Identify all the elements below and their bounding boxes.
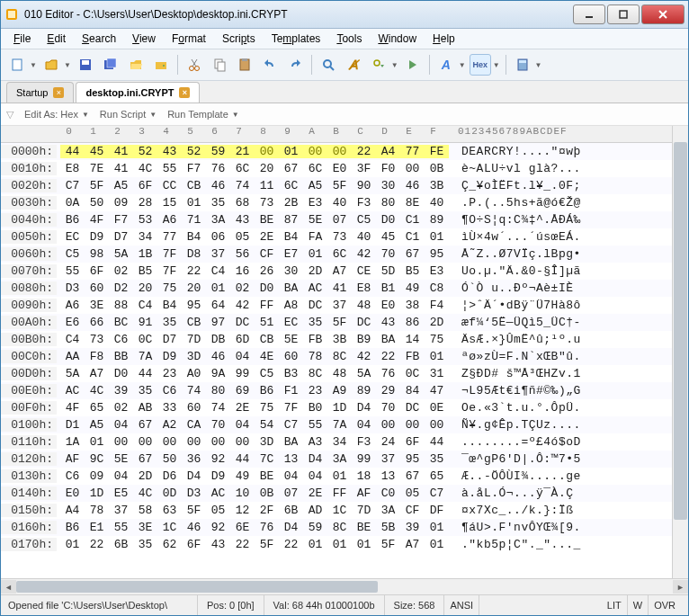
ascii-cell[interactable]: DEARCRY!...."¤wþ (449, 145, 581, 158)
hex-byte[interactable]: 05 (400, 487, 425, 500)
hex-byte[interactable]: 56 (230, 247, 255, 261)
hex-byte[interactable]: 42 (352, 350, 376, 363)
hex-byte[interactable]: 50 (85, 196, 109, 210)
hex-byte[interactable]: 3A (327, 452, 352, 466)
hex-row[interactable]: 0140h:E01DE54C0DD3AC100B072EFFAFC005C7à.… (1, 485, 672, 502)
hex-row[interactable]: 00A0h:E666BC9135CB97DC51EC355FDC43862Dæf… (1, 314, 672, 331)
hex-byte[interactable]: B4 (182, 230, 206, 244)
hex-byte[interactable]: 6B (109, 538, 133, 551)
hex-byte[interactable]: 42 (352, 247, 376, 261)
ascii-cell[interactable]: ¬L95Æt€i¶ñ#©‰)„G (449, 384, 581, 397)
hex-byte[interactable]: D3 (182, 487, 206, 500)
hex-byte[interactable]: AF (60, 452, 85, 466)
hex-byte[interactable]: 75 (425, 333, 449, 346)
hex-byte[interactable]: B1 (376, 281, 400, 295)
hex-byte[interactable]: B6 (255, 384, 279, 397)
hex-byte[interactable]: 70 (376, 247, 400, 261)
hex-byte[interactable]: 44 (133, 367, 157, 380)
hex-byte[interactable]: 5E (303, 213, 327, 227)
hex-byte[interactable]: 63 (157, 504, 182, 517)
hex-byte[interactable]: 77 (400, 145, 425, 158)
hex-byte[interactable]: 5A (109, 247, 133, 261)
hex-row[interactable]: 0130h:C609042DD6D4D949BE04040118136765Æ.… (1, 468, 672, 485)
close-icon[interactable]: × (179, 87, 190, 98)
hex-byte[interactable]: 48 (352, 299, 376, 312)
hex-byte[interactable]: 23 (157, 367, 182, 380)
hex-byte[interactable]: AC (206, 487, 230, 500)
hex-byte[interactable]: 6F (85, 264, 109, 278)
hex-byte[interactable]: D9 (157, 350, 182, 363)
hex-byte[interactable]: 09 (109, 196, 133, 210)
dropdown-icon[interactable]: ▼ (459, 61, 466, 69)
hex-byte[interactable]: 6C (303, 162, 327, 175)
hex-byte[interactable]: 89 (352, 384, 376, 397)
hex-byte[interactable]: A9 (327, 384, 352, 397)
hex-byte[interactable]: 0C (400, 367, 425, 380)
hex-byte[interactable]: 01 (303, 538, 327, 551)
hex-row[interactable]: 00D0h:5AA7D04423A09A99C5B38C485A760C31Z§… (1, 365, 672, 382)
hex-byte[interactable]: 00 (133, 435, 157, 449)
hex-byte[interactable]: 73 (327, 230, 352, 244)
hex-byte[interactable]: 65 (425, 469, 449, 483)
hex-byte[interactable]: 24 (376, 435, 400, 449)
hex-byte[interactable]: 62 (157, 538, 182, 551)
hex-byte[interactable]: 6F (400, 435, 425, 449)
hex-byte[interactable]: DC (352, 316, 376, 329)
dropdown-icon[interactable]: ▼ (30, 61, 37, 69)
minimize-button[interactable] (573, 4, 605, 24)
hex-byte[interactable]: BE (352, 521, 376, 534)
hex-byte[interactable]: 20 (255, 162, 279, 175)
hex-byte[interactable]: 36 (182, 452, 206, 466)
hex-byte[interactable]: 3F (352, 162, 376, 175)
hex-byte[interactable]: 2E (303, 487, 327, 500)
hex-byte[interactable]: A7 (85, 367, 109, 380)
menu-window[interactable]: Window (371, 31, 424, 47)
hex-byte[interactable]: 52 (133, 145, 157, 158)
hex-byte[interactable]: E0 (327, 162, 352, 175)
hex-byte[interactable]: A7 (400, 538, 425, 551)
hex-byte[interactable]: 22 (230, 538, 255, 551)
tab-startup[interactable]: Startup× (6, 82, 74, 103)
hex-byte[interactable]: 7D (352, 504, 376, 517)
hex-byte[interactable]: 01 (425, 230, 449, 244)
hex-byte[interactable]: 75 (157, 281, 182, 295)
ascii-cell[interactable]: Ñ¥.g¢Êp.TÇUz.... (449, 418, 581, 432)
hex-byte[interactable]: C5 (255, 367, 279, 380)
hex-byte[interactable]: 41 (109, 145, 133, 158)
hex-byte[interactable]: 60 (182, 401, 206, 415)
undo-button[interactable] (259, 54, 281, 76)
hex-byte[interactable]: 54 (255, 418, 279, 432)
hex-byte[interactable]: 37 (327, 299, 352, 312)
hex-byte[interactable]: DC (400, 401, 425, 415)
hex-byte[interactable]: C5 (352, 213, 376, 227)
ascii-cell[interactable]: .P.(..5hs+ã@ó€Ž@ (449, 196, 581, 210)
hex-byte[interactable]: 6F (182, 538, 206, 551)
hex-byte[interactable]: C1 (400, 230, 425, 244)
hex-row[interactable]: 0030h:0A50092815013568732BE340F3808E40.P… (1, 194, 672, 211)
hex-byte[interactable]: 8C (303, 367, 327, 380)
scroll-left-icon[interactable]: ◄ (1, 580, 16, 594)
hex-byte[interactable]: FB (303, 333, 327, 346)
hex-byte[interactable]: CC (157, 179, 182, 192)
hex-byte[interactable]: 9A (206, 367, 230, 380)
hex-byte[interactable]: 64 (206, 299, 230, 312)
hex-byte[interactable]: CE (352, 264, 376, 278)
hex-byte[interactable]: A6 (157, 213, 182, 227)
find-button[interactable] (318, 54, 339, 76)
hex-byte[interactable]: AF (352, 487, 376, 500)
hex-byte[interactable]: 9C (85, 452, 109, 466)
replace-button[interactable]: A̸ (343, 54, 364, 76)
ascii-cell[interactable]: Ç_¥oÌËFt.l¥_.0F; (449, 179, 581, 192)
hex-byte[interactable]: CF (255, 247, 279, 261)
hex-byte[interactable]: 48 (327, 367, 352, 380)
hex-byte[interactable]: 22 (352, 145, 376, 158)
hex-row[interactable]: 0150h:A4783758635F05122F6BAD1C7D3ACFDF¤x… (1, 502, 672, 519)
hex-byte[interactable]: AB (133, 401, 157, 415)
hex-byte[interactable]: 46 (400, 179, 425, 192)
hex-byte[interactable]: 39 (109, 384, 133, 397)
hex-byte[interactable]: 00 (230, 435, 255, 449)
hex-byte[interactable]: 70 (206, 418, 230, 432)
hex-byte[interactable]: 04 (303, 469, 327, 483)
hex-byte[interactable]: 1B (133, 247, 157, 261)
hex-byte[interactable]: 02 (230, 281, 255, 295)
